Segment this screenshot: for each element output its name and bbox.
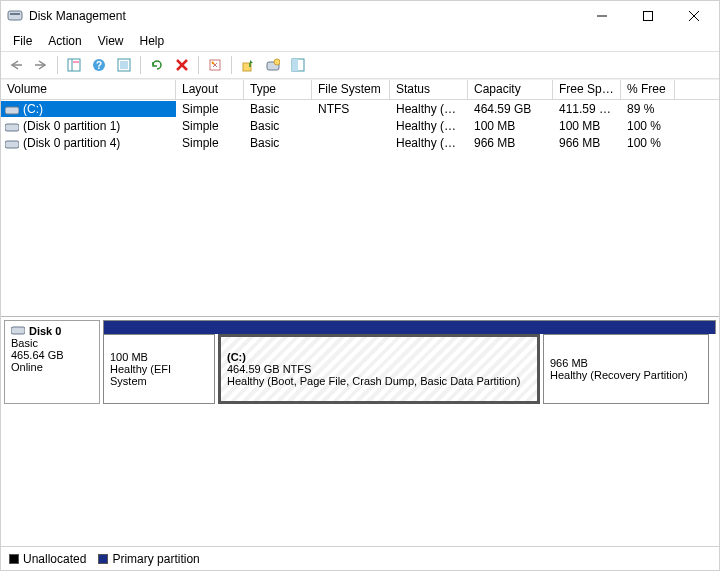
svg-rect-24 <box>5 107 19 114</box>
cell-type: Basic <box>244 135 312 151</box>
graphical-view: Disk 0 Basic 465.64 GB Online 100 MBHeal… <box>1 317 719 570</box>
cell-pct: 100 % <box>621 135 675 151</box>
properties-icon[interactable] <box>204 54 226 76</box>
app-icon <box>7 8 23 24</box>
svg-rect-14 <box>120 61 128 69</box>
partition-size: 464.59 GB NTFS <box>227 363 531 375</box>
cell-pct: 89 % <box>621 101 675 117</box>
svg-text:?: ? <box>96 60 102 71</box>
cell-fs <box>312 142 390 144</box>
cell-free: 411.59 GB <box>553 101 621 117</box>
col-filesystem[interactable]: File System <box>312 80 390 100</box>
cell-capacity: 464.59 GB <box>468 101 553 117</box>
action-icon-2[interactable] <box>262 54 284 76</box>
partition[interactable]: 966 MBHealthy (Recovery Partition) <box>543 334 709 404</box>
disk-label[interactable]: Disk 0 Basic 465.64 GB Online <box>4 320 100 404</box>
svg-rect-26 <box>5 141 19 148</box>
partition-title: (C:) <box>227 351 531 363</box>
volume-name: (Disk 0 partition 1) <box>23 119 120 133</box>
minimize-button[interactable] <box>579 1 625 31</box>
action-icon-3[interactable] <box>287 54 309 76</box>
menu-help[interactable]: Help <box>132 32 173 50</box>
partition-size: 966 MB <box>550 357 702 369</box>
svg-rect-10 <box>73 61 79 63</box>
col-status[interactable]: Status <box>390 80 468 100</box>
cell-fs <box>312 125 390 127</box>
col-type[interactable]: Type <box>244 80 312 100</box>
cell-fs: NTFS <box>312 101 390 117</box>
menu-view[interactable]: View <box>90 32 132 50</box>
settings-icon[interactable] <box>113 54 135 76</box>
disk-status: Online <box>11 361 93 373</box>
disk-row[interactable]: Disk 0 Basic 465.64 GB Online 100 MBHeal… <box>4 320 716 404</box>
svg-rect-1 <box>10 13 20 15</box>
col-end <box>675 80 719 100</box>
cell-status: Healthy (E... <box>390 118 468 134</box>
cell-layout: Simple <box>176 101 244 117</box>
cell-status: Healthy (R... <box>390 135 468 151</box>
swatch-unallocated <box>9 554 19 564</box>
cell-pct: 100 % <box>621 118 675 134</box>
svg-rect-25 <box>5 124 19 131</box>
volume-icon <box>5 121 19 131</box>
table-row[interactable]: (Disk 0 partition 4)SimpleBasicHealthy (… <box>1 134 719 151</box>
volume-table: Volume Layout Type File System Status Ca… <box>1 79 719 317</box>
legend-primary: Primary partition <box>98 552 199 566</box>
table-row[interactable]: (Disk 0 partition 1)SimpleBasicHealthy (… <box>1 117 719 134</box>
titlebar: Disk Management <box>1 1 719 31</box>
window-title: Disk Management <box>29 9 126 23</box>
forward-button[interactable] <box>30 54 52 76</box>
delete-icon[interactable] <box>171 54 193 76</box>
partition[interactable]: 100 MBHealthy (EFI System <box>103 334 215 404</box>
cell-layout: Simple <box>176 135 244 151</box>
svg-point-21 <box>274 59 280 65</box>
legend: Unallocated Primary partition <box>1 546 719 570</box>
menu-action[interactable]: Action <box>40 32 89 50</box>
maximize-button[interactable] <box>625 1 671 31</box>
col-volume[interactable]: Volume <box>1 80 176 100</box>
refresh-icon[interactable] <box>146 54 168 76</box>
disk-header-bar <box>103 320 716 334</box>
svg-rect-23 <box>292 59 298 71</box>
legend-unallocated: Unallocated <box>9 552 86 566</box>
cell-type: Basic <box>244 101 312 117</box>
volume-name: (C:) <box>23 102 43 116</box>
col-pctfree[interactable]: % Free <box>621 80 675 100</box>
partition-desc: Healthy (EFI System <box>110 363 208 387</box>
menu-file[interactable]: File <box>5 32 40 50</box>
svg-rect-0 <box>8 11 22 20</box>
toolbar: ? <box>1 51 719 79</box>
partition[interactable]: (C:)464.59 GB NTFSHealthy (Boot, Page Fi… <box>218 334 540 404</box>
disk-name: Disk 0 <box>29 325 61 337</box>
partition-desc: Healthy (Recovery Partition) <box>550 369 702 381</box>
svg-rect-27 <box>11 327 25 334</box>
svg-rect-3 <box>644 12 653 21</box>
volume-icon <box>5 138 19 148</box>
svg-rect-8 <box>68 59 80 71</box>
disk-icon <box>11 325 25 337</box>
disk-type: Basic <box>11 337 93 349</box>
cell-layout: Simple <box>176 118 244 134</box>
volume-icon <box>5 104 19 114</box>
swatch-primary <box>98 554 108 564</box>
col-capacity[interactable]: Capacity <box>468 80 553 100</box>
cell-free: 966 MB <box>553 135 621 151</box>
menubar: File Action View Help <box>1 31 719 51</box>
partition-desc: Healthy (Boot, Page File, Crash Dump, Ba… <box>227 375 531 387</box>
col-freespace[interactable]: Free Spa... <box>553 80 621 100</box>
help-icon[interactable]: ? <box>88 54 110 76</box>
back-button[interactable] <box>5 54 27 76</box>
table-row[interactable]: (C:)SimpleBasicNTFSHealthy (B...464.59 G… <box>1 100 719 117</box>
volume-name: (Disk 0 partition 4) <box>23 136 120 150</box>
show-hide-console-tree-icon[interactable] <box>63 54 85 76</box>
cell-status: Healthy (B... <box>390 101 468 117</box>
cell-capacity: 100 MB <box>468 118 553 134</box>
col-layout[interactable]: Layout <box>176 80 244 100</box>
close-button[interactable] <box>671 1 717 31</box>
cell-free: 100 MB <box>553 118 621 134</box>
partition-size: 100 MB <box>110 351 208 363</box>
table-header: Volume Layout Type File System Status Ca… <box>1 79 719 100</box>
disk-size: 465.64 GB <box>11 349 93 361</box>
cell-type: Basic <box>244 118 312 134</box>
action-icon-1[interactable] <box>237 54 259 76</box>
